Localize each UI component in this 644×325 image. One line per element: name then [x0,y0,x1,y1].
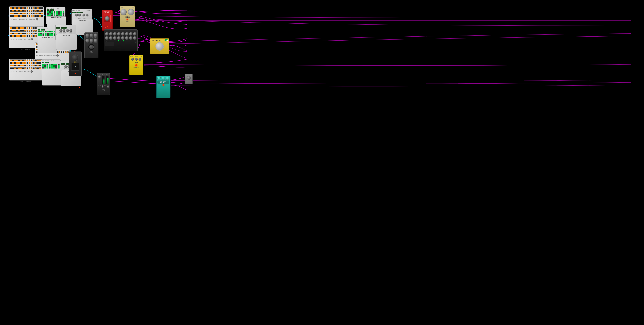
black-pearl-5[interactable]: AV LINUX 🎤 Black Pearl5 [69,51,82,76]
midi-chord-builder-3[interactable]: MIDI CHANNEL DUMP No 7 Keys MIDIChordBui… [41,59,60,76]
epiano-depth[interactable] [86,39,89,42]
epiano-treble[interactable] [94,39,97,42]
seq4-title: Step Sequencer [9,81,44,82]
bp-led1 [74,62,75,62]
chord3-title: MIDIChordBuilder [42,69,61,85]
pingpong-toggle[interactable] [164,39,168,41]
epiano-rate[interactable] [90,39,93,42]
chord2-type[interactable]: 7 Keys [40,29,45,30]
shiro-shiverb[interactable]: SHIRO Shiverb [156,76,170,98]
chord3-channel[interactable]: No [42,62,44,63]
x42-knob6[interactable] [125,32,128,35]
x42-knob2[interactable] [109,32,112,35]
shiverb-title: Shiverb [157,86,170,88]
seq2-midi: MIDI/CHA [13,39,17,40]
seq4-knob[interactable] [30,70,33,73]
seq3-knob[interactable] [56,54,59,56]
pingpong-knob[interactable] [156,42,164,51]
seq2-swing: SWING [24,39,26,40]
x42-knob3[interactable] [113,32,116,35]
strum1-knob2[interactable] [78,14,81,16]
chord2-channel[interactable]: No [38,29,40,30]
overdrive-title: Overdrive [130,67,142,68]
seq1-swing: SWING [29,19,32,20]
x42-knob9[interactable] [105,36,108,40]
chord3-type[interactable]: 7 Keys [44,62,49,63]
step-sequencer-4[interactable]: STEP MIDI/CHA 120.00BPM SWING PANIC Step… [9,59,44,82]
chord1-channel[interactable]: No [47,9,49,11]
x42-knob5[interactable] [121,32,124,35]
strum2-knob2[interactable] [62,29,65,32]
strum1-label: ACCEL KNOB [72,18,91,19]
openav-knob2[interactable] [128,9,134,15]
midi-chord-builder-1[interactable]: MIDI CHANNEL DUMP No 7 Keys MIDIChordBui… [46,7,66,24]
x42-led1 [118,40,119,41]
chord1-type[interactable]: 7 Keys [50,9,54,11]
jx10-filter-knob[interactable] [102,85,104,88]
bp-display: 🎤 [75,66,76,67]
x42-knob13[interactable] [121,36,124,40]
fludom-type: Guitars [103,27,112,28]
epiano-hardness[interactable] [94,33,97,37]
midi-strum-1[interactable]: STRUM FUNCTION STRUM MODE 1/8s ▾ Memory … [72,9,92,25]
jx10-attack[interactable] [98,75,101,78]
epiano-release[interactable] [90,33,93,37]
x42-knob16[interactable] [133,36,136,40]
strum2-knob3[interactable] [66,29,69,32]
shiverb-knob2[interactable] [162,77,165,80]
shiverb-knob1[interactable] [158,77,161,80]
bp-title: AV LINUX [70,52,81,54]
overdrive-level[interactable] [131,58,134,61]
x42-knob10[interactable] [109,36,112,40]
mda-epiano[interactable]: DECAY RELEASE HARDNESS DEPTH RATE T [84,32,98,58]
small-mixer-knob[interactable] [187,76,191,80]
jx10-subtitle: JX10 [98,90,109,91]
openav-title: OPENAV [120,16,134,18]
fludom-guitars[interactable]: Van Deubler FLUDOM LEVEL Guitars [102,10,113,31]
mda-jx10[interactable]: ATTACK GUITAR SLIDER FILTER RESON [97,73,110,95]
strum1-bpm[interactable]: 1/8s ▾ [72,11,76,13]
strum2-knob1[interactable] [59,29,62,32]
seq1-label: Step Sequencer [10,19,18,20]
epiano-decay[interactable] [86,33,89,37]
midi-chord-builder-2[interactable]: MIDI CHANNEL DUMP No 7 Keys MIDIChordBui… [37,27,56,43]
mda-overdrive[interactable]: LEVEL DRIVE KNOB MDA Overdrive [129,55,144,75]
x42-knob4[interactable] [117,32,120,35]
seq1-panic: PANIC [32,19,35,20]
seq2-knob[interactable] [30,38,33,40]
shiverb-knob3[interactable] [166,77,169,80]
seq1-knob[interactable] [36,18,38,20]
jx10-reson-knob[interactable] [107,85,109,88]
ping-pong-pan[interactable]: Ping Pong Pan [150,38,169,54]
x42-knob11[interactable] [113,36,116,40]
strum1-mode[interactable]: Memory ▾ [77,11,83,13]
seq3-step: STEP [36,55,38,56]
fludom-knob-level[interactable] [105,16,110,21]
openav-knob1[interactable] [120,9,127,15]
strum3-knob1[interactable] [64,65,67,68]
x42-knob15[interactable] [129,36,132,40]
bp-subtitle: Black Pearl5 [70,70,81,72]
x42-knob12[interactable] [117,36,120,40]
strum1-knob4[interactable] [86,14,88,16]
x42-knob1[interactable] [105,32,108,35]
strum1-knob1[interactable] [75,14,78,16]
x42-knob14[interactable] [125,36,128,40]
x42-knob8[interactable] [133,32,136,35]
small-mixer-module[interactable]: ● [185,74,193,84]
strum2-mode[interactable]: Memory ▾ [61,27,66,28]
strum2-bpm[interactable]: 1/8s ▾ [56,27,60,28]
overdrive-knob[interactable] [138,58,141,61]
fludom-subtitle: LEVEL [103,23,112,24]
x42-knob7[interactable] [129,32,132,35]
strum1-knob3[interactable] [82,14,85,16]
x42-led2 [123,40,124,41]
seq2-step: STEP [10,39,12,40]
bp-led3 [75,73,76,74]
openav-roomy[interactable]: INPUT WET OPENAV Roomy [120,6,135,27]
midi-strum-2[interactable]: STRUM FUNCTION STRUM MODE 1/8s ▾ Memory … [56,25,76,40]
x42-eq[interactable]: x42 HighPass Enable [104,29,138,51]
overdrive-drive[interactable] [135,58,138,61]
strum3-bpm[interactable]: 1/8s ▾ [61,63,65,65]
strum2-knob4[interactable] [69,29,72,32]
